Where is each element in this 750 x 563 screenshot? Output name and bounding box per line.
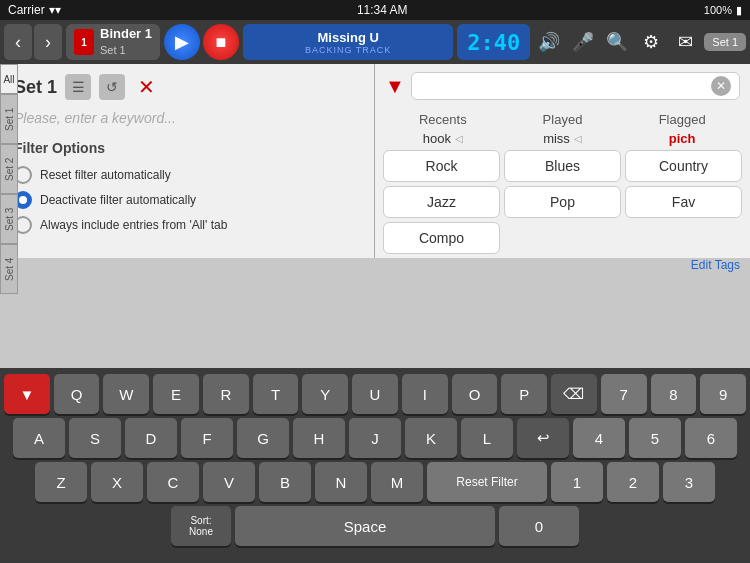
sort-title: Sort: — [190, 515, 211, 526]
kb-4[interactable]: 4 — [573, 418, 625, 458]
col-recents: Recents — [383, 108, 503, 131]
set-name-label: Set 1 — [100, 43, 152, 57]
mic-icon[interactable]: 🎤 — [568, 27, 598, 57]
kb-i[interactable]: I — [402, 374, 448, 414]
recent-item-1[interactable]: miss ◁ — [503, 131, 623, 146]
genre-compo[interactable]: Compo — [383, 222, 500, 254]
kb-o[interactable]: O — [452, 374, 498, 414]
stop-button[interactable]: ■ — [203, 24, 239, 60]
kb-j[interactable]: J — [349, 418, 401, 458]
kb-row-3: Z X C V B N M Reset Filter 1 2 3 — [4, 462, 746, 502]
radio-always[interactable]: Always include entries from 'All' tab — [14, 216, 360, 234]
recent-item-0[interactable]: hook ◁ — [383, 131, 503, 146]
kb-m[interactable]: M — [371, 462, 423, 502]
kb-7[interactable]: 7 — [601, 374, 647, 414]
genre-country[interactable]: Country — [625, 150, 742, 182]
battery-text: 100% — [704, 4, 732, 16]
kb-h[interactable]: H — [293, 418, 345, 458]
kb-undo[interactable]: ↩ — [517, 418, 569, 458]
play-button[interactable]: ▶ — [164, 24, 200, 60]
kb-sort[interactable]: Sort: None — [171, 506, 231, 546]
left-panel: Set 1 ☰ ↺ ✕ Please, enter a keyword... F… — [0, 64, 375, 258]
kb-d[interactable]: D — [125, 418, 177, 458]
kb-a[interactable]: A — [13, 418, 65, 458]
binder-info[interactable]: 1 Binder 1 Set 1 — [66, 24, 160, 60]
transport-buttons: ▶ ■ — [164, 24, 239, 60]
status-right: 100% ▮ — [704, 4, 742, 17]
tag-search-input[interactable] — [420, 79, 711, 94]
list-icon-button[interactable]: ☰ — [65, 74, 91, 100]
keyword-input-placeholder[interactable]: Please, enter a keyword... — [14, 110, 360, 126]
kb-reset-filter[interactable]: Reset Filter — [427, 462, 547, 502]
timer-display: 2:40 — [457, 24, 530, 60]
tag-search-bar[interactable]: ✕ — [411, 72, 740, 100]
vtab-set3[interactable]: Set 3 — [0, 194, 18, 244]
recent-item-2[interactable]: pich — [622, 131, 742, 146]
vtab-set2[interactable]: Set 2 — [0, 144, 18, 194]
kb-t[interactable]: T — [253, 374, 299, 414]
radio-reset[interactable]: Reset filter automatically — [14, 166, 360, 184]
kb-1[interactable]: 1 — [551, 462, 603, 502]
kb-p[interactable]: P — [501, 374, 547, 414]
status-bar: Carrier ▾▾ 11:34 AM 100% ▮ — [0, 0, 750, 20]
kb-backspace[interactable]: ⌫ — [551, 374, 597, 414]
kb-n[interactable]: N — [315, 462, 367, 502]
refresh-icon-button[interactable]: ↺ — [99, 74, 125, 100]
kb-u[interactable]: U — [352, 374, 398, 414]
genre-fav[interactable]: Fav — [625, 186, 742, 218]
genre-blues[interactable]: Blues — [504, 150, 621, 182]
track-subtitle: BACKING TRACK — [305, 45, 391, 55]
kb-q[interactable]: Q — [54, 374, 100, 414]
kb-row-2: A S D F G H J K L ↩ 4 5 6 — [4, 418, 746, 458]
nav-prev-button[interactable]: ‹ — [4, 24, 32, 60]
vtab-set1[interactable]: Set 1 — [0, 94, 18, 144]
kb-z[interactable]: Z — [35, 462, 87, 502]
genre-rock[interactable]: Rock — [383, 150, 500, 182]
kb-space[interactable]: Space — [235, 506, 495, 546]
kb-w[interactable]: W — [103, 374, 149, 414]
left-panel-header: Set 1 ☰ ↺ ✕ — [14, 74, 360, 100]
radio-deactivate[interactable]: Deactivate filter automatically — [14, 191, 360, 209]
kb-6[interactable]: 6 — [685, 418, 737, 458]
vtab-set4[interactable]: Set 4 — [0, 244, 18, 294]
filter-icon: ▼ — [385, 75, 405, 98]
volume-icon[interactable]: 🔊 — [534, 27, 564, 57]
kb-k[interactable]: K — [405, 418, 457, 458]
radio-reset-label: Reset filter automatically — [40, 168, 171, 182]
genre-pop[interactable]: Pop — [504, 186, 621, 218]
carrier-text: Carrier — [8, 3, 45, 17]
kb-s[interactable]: S — [69, 418, 121, 458]
settings-icon[interactable]: ⚙ — [636, 27, 666, 57]
email-icon[interactable]: ✉ — [670, 27, 700, 57]
main-content: Set 1 ☰ ↺ ✕ Please, enter a keyword... F… — [0, 64, 750, 258]
kb-v[interactable]: V — [203, 462, 255, 502]
genre-grid: Rock Blues Country Jazz Pop Fav Compo — [375, 150, 750, 254]
vtab-all[interactable]: All — [0, 64, 18, 94]
radio-always-label: Always include entries from 'All' tab — [40, 218, 227, 232]
kb-3[interactable]: 3 — [663, 462, 715, 502]
kb-5[interactable]: 5 — [629, 418, 681, 458]
kb-g[interactable]: G — [237, 418, 289, 458]
nav-next-button[interactable]: › — [34, 24, 62, 60]
kb-f[interactable]: F — [181, 418, 233, 458]
kb-r[interactable]: R — [203, 374, 249, 414]
col-flagged: Flagged — [622, 108, 742, 131]
kb-x[interactable]: X — [91, 462, 143, 502]
kb-8[interactable]: 8 — [651, 374, 697, 414]
kb-y[interactable]: Y — [302, 374, 348, 414]
kb-filter-icon[interactable]: ▼ — [4, 374, 50, 414]
close-button[interactable]: ✕ — [133, 74, 159, 100]
search-icon[interactable]: 🔍 — [602, 27, 632, 57]
kb-9[interactable]: 9 — [700, 374, 746, 414]
kb-l[interactable]: L — [461, 418, 513, 458]
kb-e[interactable]: E — [153, 374, 199, 414]
track-title: Missing U — [317, 30, 378, 45]
kb-c[interactable]: C — [147, 462, 199, 502]
kb-2[interactable]: 2 — [607, 462, 659, 502]
genre-jazz[interactable]: Jazz — [383, 186, 500, 218]
keyboard: ▼ Q W E R T Y U I O P ⌫ 7 8 9 A S D F G … — [0, 368, 750, 563]
kb-0[interactable]: 0 — [499, 506, 579, 546]
search-clear-button[interactable]: ✕ — [711, 76, 731, 96]
kb-b[interactable]: B — [259, 462, 311, 502]
edit-tags-link[interactable]: Edit Tags — [375, 254, 750, 276]
